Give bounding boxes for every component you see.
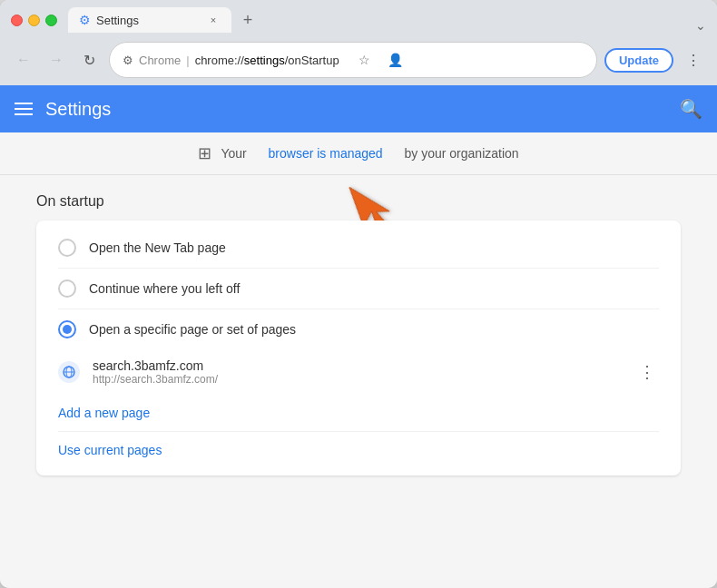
site-info: search.3bamfz.com http://search.3bamfz.c… [93,358,623,386]
reload-button[interactable]: ↻ [76,47,102,73]
update-button[interactable]: Update [604,48,673,73]
startup-option-continue[interactable]: Continue where you left off [36,269,681,309]
site-entry: search.3bamfz.com http://search.3bamfz.c… [36,349,681,395]
startup-option-continue-label: Continue where you left off [89,281,240,296]
radio-specific-page[interactable] [58,320,76,338]
new-tab-button[interactable]: + [235,7,260,33]
maximize-window-button[interactable] [45,15,57,26]
browser-window: ⚙ Settings × + ⌄ ← → ↻ ⚙ Chrome | chrome… [0,0,717,588]
startup-options-card: Open the New Tab page Continue where you… [36,220,681,475]
startup-option-specific-page-label: Open a specific page or set of pages [89,322,296,337]
back-button[interactable]: ← [11,47,36,73]
startup-option-specific-page[interactable]: Open a specific page or set of pages [36,309,681,349]
address-bar: ← → ↻ ⚙ Chrome | chrome://settings/onSta… [0,38,717,85]
traffic-lights [11,15,57,26]
address-bar-icons: ☆ 👤 [352,47,408,73]
on-startup-section-title: On startup [36,193,681,210]
hamburger-menu-button[interactable] [15,103,33,115]
main-content: PCASK.COM ⊞ Your browser is managed by y… [0,132,717,588]
tab-close-button[interactable]: × [206,13,221,27]
active-tab[interactable]: ⚙ Settings × [68,7,231,33]
settings-content: On startup Open the New Tab page Continu… [0,175,717,494]
settings-header: Settings 🔍 [0,85,717,132]
settings-header-left: Settings [15,99,111,120]
use-current-pages-button[interactable]: Use current pages [36,432,183,468]
url-path: settings [244,54,285,67]
startup-option-new-tab-label: Open the New Tab page [89,240,226,255]
browser-menu-button[interactable]: ⋮ [681,47,706,73]
tab-title: Settings [96,14,201,27]
site-url: http://search.3bamfz.com/ [93,373,623,386]
minimize-window-button[interactable] [28,15,40,26]
close-window-button[interactable] [11,15,23,26]
profile-button[interactable]: 👤 [383,47,408,73]
startup-option-new-tab[interactable]: Open the New Tab page [36,228,681,268]
radio-continue[interactable] [58,279,76,298]
managed-icon: ⊞ [198,143,211,163]
managed-banner: ⊞ Your browser is managed by your organi… [0,132,717,175]
settings-search-button[interactable]: 🔍 [680,98,702,120]
managed-link[interactable]: browser is managed [269,146,383,161]
site-favicon [58,361,80,383]
address-url: chrome://settings/onStartup [195,54,339,67]
site-name: search.3bamfz.com [93,358,623,373]
title-bar: ⚙ Settings × + ⌄ [0,0,717,38]
radio-new-tab[interactable] [58,239,76,257]
window-menu-button[interactable]: ⌄ [695,18,706,33]
forward-button[interactable]: → [44,47,69,73]
tabs-row: ⚙ Settings × + ⌄ [68,7,706,33]
title-bar-top: ⚙ Settings × + ⌄ [11,7,706,33]
managed-text-after: by your organization [405,146,519,161]
bookmark-button[interactable]: ☆ [352,47,378,73]
settings-tab-icon: ⚙ [79,13,91,27]
address-separator: | [186,54,189,67]
settings-page-title: Settings [45,99,111,120]
address-protocol-label: Chrome [139,54,181,67]
url-prefix: chrome:// [195,54,244,67]
address-input[interactable]: ⚙ Chrome | chrome://settings/onStartup ☆… [109,42,597,78]
managed-text-before: Your [221,146,246,161]
site-options-button[interactable]: ⋮ [635,358,659,386]
add-new-page-button[interactable]: Add a new page [36,395,172,431]
url-suffix: /onStartup [285,54,339,67]
